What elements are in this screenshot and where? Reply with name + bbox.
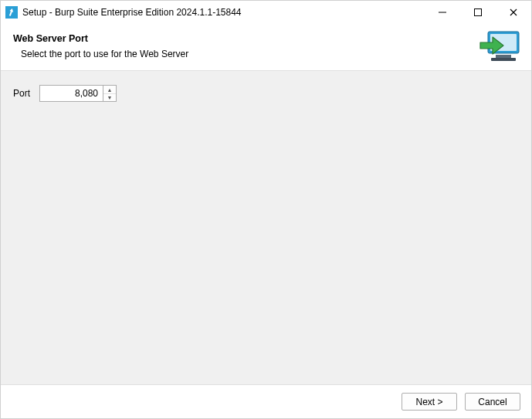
port-spinner: ▲ ▼ bbox=[39, 85, 117, 102]
page-title: Web Server Port bbox=[13, 33, 519, 44]
minimize-button[interactable] bbox=[425, 1, 460, 24]
svg-rect-0 bbox=[439, 12, 446, 13]
wizard-header: Web Server Port Select the port to use f… bbox=[1, 24, 531, 71]
window-title: Setup - Burp Suite Enterprise Edition 20… bbox=[22, 7, 242, 18]
page-subtitle: Select the port to use for the Web Serve… bbox=[13, 49, 519, 59]
wizard-body: Port ▲ ▼ bbox=[1, 71, 531, 384]
spinner-buttons: ▲ ▼ bbox=[103, 85, 117, 102]
port-input[interactable] bbox=[39, 85, 103, 102]
svg-rect-4 bbox=[496, 55, 511, 58]
svg-rect-5 bbox=[491, 58, 516, 61]
app-icon bbox=[5, 6, 18, 19]
wizard-footer: Next > Cancel bbox=[1, 384, 531, 418]
maximize-button[interactable] bbox=[460, 1, 496, 24]
next-button[interactable]: Next > bbox=[402, 393, 457, 411]
close-button[interactable] bbox=[496, 1, 531, 24]
titlebar: Setup - Burp Suite Enterprise Edition 20… bbox=[1, 1, 531, 24]
spinner-down-icon[interactable]: ▼ bbox=[103, 93, 116, 101]
port-row: Port ▲ ▼ bbox=[13, 85, 519, 102]
cancel-button[interactable]: Cancel bbox=[465, 393, 520, 411]
spinner-up-icon[interactable]: ▲ bbox=[103, 86, 116, 93]
window-controls bbox=[425, 1, 531, 24]
wizard-icon bbox=[477, 29, 522, 66]
svg-rect-1 bbox=[475, 9, 482, 16]
setup-window: Setup - Burp Suite Enterprise Edition 20… bbox=[0, 0, 532, 419]
port-label: Port bbox=[13, 88, 33, 99]
